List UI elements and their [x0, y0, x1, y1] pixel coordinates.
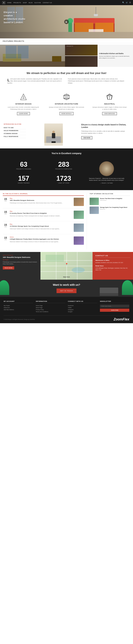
footer-link-3-2[interactable]: Twitter: [68, 306, 97, 308]
blog-right-title: TOP STORIES ON ELICYON: [90, 193, 130, 196]
featured-side-2[interactable]: [65, 56, 98, 67]
bottom-section: NEWS FROM BLOG 100+ Beautiful Designer B…: [0, 252, 133, 280]
footer-col4-title: NEWSLETTER: [100, 300, 129, 303]
blog-section: IN THE ELICYON'S JOURNAL 15 JAN Blog 100…: [0, 190, 133, 252]
nav-shop[interactable]: SHOP: [23, 2, 27, 3]
subscribe-button[interactable]: SUBSCRIBE: [100, 308, 129, 312]
blog-cat-1: Blog: [10, 198, 72, 199]
blog-day-2: 15: [3, 210, 8, 213]
contact-office-2: Retail Store 1234 Wellington Road, Worki…: [95, 265, 130, 271]
footer-col2-links: Home Page About Page Privacy Policy Term…: [36, 304, 65, 313]
search-icon[interactable]: 🔍: [122, 2, 124, 4]
blog-day-3: 15: [3, 224, 8, 226]
news-post-title: 100+ Beautiful Designer Bedrooms: [3, 256, 38, 258]
footer-link-3-1[interactable]: Facebook: [68, 304, 97, 306]
nav-contact[interactable]: CONTACT US: [43, 2, 52, 3]
footer-bottom: © 2016 Elicyon. All Rights Reserved | De…: [4, 316, 129, 321]
blog-desc-2: Maecenas sed adipiscing. Pretium consequ…: [10, 215, 72, 217]
right-title-1[interactable]: Rooms That Went Drab to Delightful: [100, 198, 122, 199]
blog-right: TOP STORIES ON ELICYON Rooms That Went D…: [87, 193, 130, 249]
blog-title-4[interactable]: A Bright Makeover Finally Made Christina…: [10, 238, 72, 240]
nav-blog[interactable]: BLOG: [29, 2, 33, 3]
blog-thumb-3: [74, 224, 84, 232]
view-more-button[interactable]: VIEW MORE: [81, 136, 92, 139]
stat-2: 283 Projects Completed: [44, 158, 84, 172]
right-content-2: Storage Spots You Completely Forgot Abou…: [100, 206, 127, 214]
stats-section: You're in Excellent company 63 Projects …: [0, 148, 133, 190]
footer-link-2-1[interactable]: Home Page: [36, 304, 65, 306]
hero-text: Elicyon is a creative architecture studi…: [4, 11, 26, 24]
navbar: E HOME PROJECTS SHOP BLOG ELICYON CONTAC…: [0, 0, 133, 5]
footer-link-2-2[interactable]: About Page: [36, 306, 65, 308]
blog-thumb-2: [74, 210, 84, 219]
blog-desc-4: Maecenas habitant morbi tristique senect…: [10, 241, 72, 242]
blog-left-title: IN THE ELICYON'S JOURNAL: [3, 193, 84, 196]
play-button[interactable]: ▶: [64, 20, 69, 24]
stat-label-2: Projects Completed: [46, 168, 81, 170]
contact-title: CONTACT US: [95, 255, 130, 258]
right-content-1: Rooms That Went Drab to Delightful Pelle…: [100, 198, 122, 205]
stat-label-1: Projects Finished: [6, 168, 41, 170]
cart-icon[interactable]: 🛒: [126, 2, 128, 4]
footer-col2-title: INFORMATION: [36, 300, 65, 303]
read-more-button[interactable]: READ MORE: [3, 266, 14, 270]
intro-heading: Elicyon is a luxury design studio based …: [81, 124, 129, 129]
right-title-2[interactable]: Storage Spots You Completely Forgot Abou…: [100, 206, 127, 208]
nav-elicyon[interactable]: ELICYON: [34, 2, 41, 3]
footer-col-account: MY ACCOUNT My Project Addresses Add New …: [4, 300, 33, 313]
featured-side: PROJECTS: [65, 45, 98, 67]
quote-author: — Nicola H., Via Twitter: [100, 182, 113, 184]
box-icon: [62, 92, 71, 102]
blog-content-1: Blog 100+ Beautiful Designer Bedrooms Pe…: [10, 198, 72, 206]
newsletter-input[interactable]: [100, 304, 129, 308]
blog-post-4: 15 JAN Kitchen A Bright Makeover Finally…: [3, 236, 84, 247]
blog-date-2: 15 JAN: [3, 210, 8, 219]
nav-home[interactable]: HOME: [7, 2, 12, 3]
featured-side-desc: Nunnue exercitationem eliqam quis occaec…: [99, 55, 132, 59]
footer-link-1-3[interactable]: Add New Address: [4, 308, 33, 311]
footer-grid: MY ACCOUNT My Project Addresses Add New …: [4, 300, 129, 313]
blog-month-3: JAN: [3, 226, 8, 228]
stat-3: 157 Hours Trained: [4, 172, 44, 186]
blog-day-1: 15: [3, 198, 8, 200]
footer-link-2-3[interactable]: Privacy Policy: [36, 308, 65, 311]
service-btn-2[interactable]: MORE DETAILS: [60, 112, 74, 115]
blog-month-4: JAN: [3, 239, 8, 240]
service-title-2: Interior Architecture: [48, 103, 84, 105]
blog-date-1: 15 JAN: [3, 198, 8, 206]
footer-col1-title: MY ACCOUNT: [4, 300, 33, 303]
footer-link-1-2[interactable]: Addresses: [4, 306, 33, 308]
featured-main[interactable]: [0, 45, 65, 67]
blog-title-2[interactable]: 8 Laundry Rooms That Went From Drab to D…: [10, 212, 72, 214]
cta-banner: Want to work with us? GET IN TOUCH: [0, 280, 133, 297]
news-post-tag: My Project: [3, 259, 38, 260]
footer-link-1-1[interactable]: My Project: [4, 304, 33, 306]
footer-link-2-4[interactable]: Terms and Conditions: [36, 311, 65, 313]
footer-col3-title: CONNECT WITH US: [68, 300, 97, 303]
nav-logo[interactable]: E: [2, 1, 5, 4]
footer-col1-links: My Project Addresses Add New Address: [4, 304, 33, 311]
nav-projects[interactable]: PROJECTS: [13, 2, 21, 3]
feature-1: EASY TO USE: [4, 126, 26, 129]
blog-date-3: 15 JAN: [3, 224, 8, 232]
news-tag: NEWS FROM BLOG: [3, 255, 38, 256]
stats-title: You're in Excellent company: [4, 152, 129, 155]
cta-button[interactable]: GET IN TOUCH: [56, 288, 77, 293]
footer-link-3-4[interactable]: Google+: [68, 311, 97, 313]
service-btn-1[interactable]: LEARN MORE: [17, 112, 30, 115]
menu-icon[interactable]: ☰: [129, 2, 131, 4]
service-btn-3[interactable]: VIEW SERVICES: [102, 112, 117, 115]
blog-title-3[interactable]: 11 Kitchen Storage Spots You Completely …: [10, 225, 72, 227]
intro-features-col: INTRODUCING ELICYON EASY TO USE SOLID FR…: [4, 124, 26, 146]
news-post-desc: Pellentesque non tempus pretium et iacul…: [3, 261, 38, 265]
footer-link-3-3[interactable]: Instagram: [68, 308, 97, 311]
blog-title-1[interactable]: 100+ Beautiful Designer Bedrooms: [10, 200, 72, 202]
service-title-3: Industrial: [92, 103, 128, 105]
featured-right-col: 3 Minimalist Kitchen and Baths Nunnue ex…: [98, 45, 133, 67]
featured-side-1[interactable]: PROJECTS: [65, 45, 98, 56]
stat-num-1: 63: [6, 161, 41, 168]
footer-col-newsletter: NEWSLETTER SUBSCRIBE: [100, 300, 129, 313]
hero-section: Elicyon is a creative architecture studi…: [0, 5, 133, 38]
right-post-1: Rooms That Went Drab to Delightful Pelle…: [90, 198, 130, 205]
stat-num-2: 283: [46, 161, 81, 168]
